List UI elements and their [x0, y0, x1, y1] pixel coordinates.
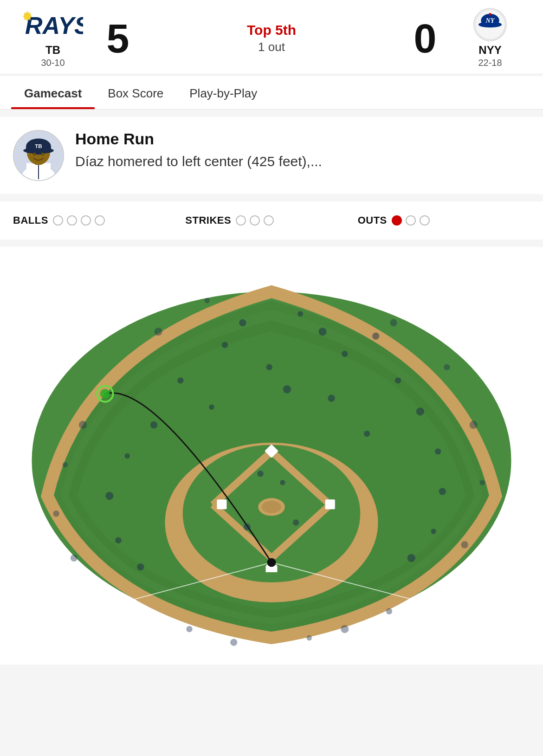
- svg-point-81: [186, 626, 192, 632]
- svg-text:RAYS: RAYS: [25, 12, 83, 39]
- svg-point-75: [244, 523, 251, 530]
- balls-label: BALLS: [13, 214, 48, 226]
- tab-pbp[interactable]: Play-by-Play: [176, 76, 270, 109]
- field-svg: [0, 256, 543, 665]
- event-text-block: Home Run Díaz homered to left center (42…: [75, 130, 530, 171]
- svg-point-65: [105, 492, 113, 500]
- strikes-dots: [236, 215, 274, 226]
- away-team-abbr: TB: [45, 44, 60, 57]
- svg-point-92: [154, 328, 162, 336]
- home-score: 0: [402, 18, 448, 59]
- svg-point-71: [328, 394, 335, 401]
- svg-point-63: [150, 421, 157, 428]
- tab-gamecast[interactable]: Gamecast: [11, 76, 95, 109]
- svg-point-56: [395, 377, 401, 383]
- away-team-block: RAYS TB 30-10: [11, 8, 95, 68]
- out-dot-3: [420, 215, 430, 226]
- away-score: 5: [95, 18, 141, 59]
- svg-point-78: [53, 510, 59, 517]
- outs-dots: [392, 215, 430, 226]
- main-content: TB Home Run Díaz homered to left center …: [0, 110, 543, 672]
- svg-point-27: [33, 153, 36, 156]
- event-card: TB Home Run Díaz homered to left center …: [0, 117, 543, 194]
- svg-point-15: [489, 13, 491, 15]
- svg-point-54: [342, 351, 348, 357]
- svg-point-58: [435, 448, 441, 454]
- event-description: Díaz homered to left center (425 feet),.…: [75, 152, 530, 171]
- ball-dot-1: [53, 215, 63, 226]
- svg-point-84: [341, 625, 349, 633]
- svg-point-76: [293, 519, 299, 525]
- strikes-section: STRIKES: [185, 214, 357, 226]
- svg-point-60: [431, 529, 436, 534]
- away-team-record: 30-10: [41, 58, 65, 68]
- svg-point-67: [137, 563, 144, 570]
- svg-point-88: [470, 421, 478, 429]
- svg-point-73: [257, 471, 263, 477]
- ball-dot-3: [81, 215, 91, 226]
- tab-boxscore[interactable]: Box Score: [95, 76, 176, 109]
- player-avatar: TB: [13, 130, 64, 181]
- svg-point-68: [266, 364, 272, 370]
- home-team-block: NY NYY 22-18: [448, 8, 532, 68]
- svg-point-57: [416, 407, 424, 415]
- strikes-label: STRIKES: [185, 214, 231, 226]
- svg-point-40: [262, 501, 281, 513]
- strike-dot-3: [264, 215, 274, 226]
- svg-point-85: [386, 608, 392, 614]
- home-team-abbr: NYY: [478, 44, 501, 57]
- svg-rect-42: [325, 499, 335, 509]
- svg-point-59: [439, 488, 446, 495]
- home-team-record: 22-18: [478, 58, 502, 68]
- out-dot-1: [392, 215, 402, 226]
- svg-point-52: [297, 311, 303, 317]
- outs-label: 1 out: [258, 40, 285, 54]
- out-dot-2: [406, 215, 416, 226]
- count-bar: BALLS STRIKES OUTS: [0, 201, 543, 239]
- tab-bar: Gamecast Box Score Play-by-Play: [0, 76, 543, 110]
- svg-point-89: [444, 364, 450, 370]
- balls-section: BALLS: [13, 214, 185, 226]
- svg-point-49: [267, 558, 276, 567]
- ball-dot-4: [95, 215, 105, 226]
- svg-point-62: [177, 377, 183, 383]
- svg-point-80: [79, 421, 87, 429]
- svg-text:TB: TB: [35, 143, 42, 149]
- inning-label: Top 5th: [247, 22, 296, 38]
- svg-point-28: [41, 153, 44, 156]
- svg-point-69: [283, 385, 291, 393]
- rays-logo: RAYS: [23, 8, 83, 41]
- svg-point-93: [100, 389, 110, 399]
- scoreboard: RAYS TB 30-10 5 Top 5th 1 out: [0, 0, 543, 74]
- event-title: Home Run: [75, 130, 530, 148]
- balls-dots: [53, 215, 105, 226]
- svg-point-51: [222, 342, 228, 348]
- svg-point-90: [390, 319, 397, 326]
- outs-section: OUTS: [358, 214, 530, 226]
- svg-point-61: [407, 554, 415, 562]
- svg-point-70: [209, 404, 214, 409]
- svg-rect-44: [217, 499, 226, 509]
- svg-point-55: [372, 333, 379, 340]
- svg-point-66: [115, 537, 121, 543]
- svg-point-83: [307, 635, 312, 640]
- svg-point-53: [318, 328, 326, 336]
- yankees-logo: NY: [473, 8, 507, 41]
- svg-point-64: [124, 453, 129, 459]
- game-status: Top 5th 1 out: [141, 22, 402, 54]
- strike-dot-2: [250, 215, 260, 226]
- field-visualization: [0, 247, 543, 665]
- svg-point-74: [280, 480, 285, 485]
- ball-dot-2: [67, 215, 77, 226]
- svg-point-82: [230, 639, 237, 646]
- strike-dot-1: [236, 215, 246, 226]
- svg-point-77: [71, 555, 78, 562]
- svg-point-86: [461, 541, 468, 548]
- svg-point-87: [480, 480, 485, 485]
- svg-point-72: [364, 431, 370, 437]
- svg-point-79: [62, 462, 67, 467]
- svg-point-50: [239, 319, 246, 326]
- outs-count-label: OUTS: [358, 214, 387, 226]
- svg-point-91: [205, 298, 210, 303]
